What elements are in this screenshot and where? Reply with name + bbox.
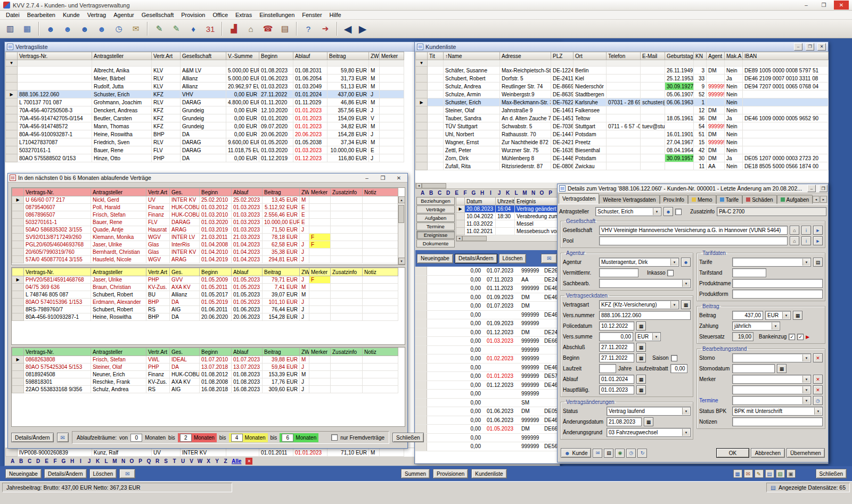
produktform-field[interactable]: [732, 290, 823, 299]
customer-search-icon[interactable]: ☻: [94, 21, 110, 36]
column-header[interactable]: Zusatzinfo: [331, 268, 363, 276]
column-header[interactable]: ZW: [300, 188, 309, 196]
column-header[interactable]: ZW: [300, 268, 309, 276]
column-header[interactable]: [12, 188, 24, 196]
bankeinzug-checkbox-2[interactable]: ✓: [797, 334, 804, 340]
provisionen-button[interactable]: Provisionen: [433, 469, 468, 478]
saison-checkbox[interactable]: [671, 355, 677, 361]
hauptfaellig-field[interactable]: 01.01.2023: [599, 385, 634, 394]
storno-combo[interactable]: [732, 353, 811, 362]
table-icon[interactable]: ▦: [19, 21, 35, 36]
mail-merge-icon[interactable]: ✉: [744, 469, 753, 478]
mail-icon[interactable]: ✉: [119, 469, 135, 478]
table-row[interactable]: Zettl, PeterWurzner Str. 75DE-16359Biese…: [416, 146, 829, 154]
calendar-icon[interactable]: ▦: [636, 343, 646, 352]
column-header[interactable]: Vertr.Art: [146, 188, 170, 196]
column-header[interactable]: E-Mail: [641, 52, 665, 60]
column-header[interactable]: Merker: [380, 52, 404, 60]
company-icon[interactable]: ⌂: [790, 226, 799, 235]
column-header[interactable]: V.-Summe: [226, 52, 259, 60]
column-header[interactable]: Adresse: [500, 52, 551, 60]
details-aendern-button[interactable]: Details/Ändern: [44, 469, 87, 478]
dialog-titlebar[interactable]: ▤ In den nächsten 0 bis 6 Monaten ablauf…: [8, 173, 407, 183]
abschluss-field[interactable]: 27.11.2022: [599, 343, 634, 352]
table-row[interactable]: Steiner, OlafJahnstraße 9DE-14612Falkens…: [416, 106, 829, 114]
termine-combo[interactable]: [732, 396, 811, 405]
dialog-titlebar[interactable]: ▤ Details zum Vertrag '888.106.122.060' …: [558, 184, 828, 193]
status-combo[interactable]: Vertrag laufend: [607, 407, 691, 416]
clear-icon[interactable]: ✕: [813, 385, 823, 394]
column-header[interactable]: [12, 348, 24, 356]
alpha-alle[interactable]: Alle: [230, 458, 243, 464]
alpha-c[interactable]: C: [436, 190, 444, 196]
tab-scroll-right-icon[interactable]: ►: [820, 196, 827, 203]
antragsteller-combo[interactable]: Schuster, Erich: [595, 207, 661, 216]
table-row[interactable]: L 748746 805 087Schubert, RobertBUAllian…: [12, 291, 398, 299]
scrollbar-thumb[interactable]: [398, 205, 404, 223]
column-header[interactable]: Ges.: [170, 188, 200, 196]
scroll-left-icon[interactable]: ◄: [456, 236, 462, 241]
waehrung-combo[interactable]: EUR: [635, 332, 661, 341]
laufzeitrabatt-field[interactable]: 0,00: [670, 364, 687, 373]
tab-vertragsdaten[interactable]: Vertragsdaten: [559, 193, 599, 204]
close-icon[interactable]: ✕: [834, 1, 849, 10]
gesellschaft-field[interactable]: VHV Vereinigte Hannoversche Versicherung…: [599, 226, 788, 235]
alpha-m[interactable]: M: [111, 458, 119, 464]
phone-icon[interactable]: ☎: [260, 21, 276, 36]
goto-icon[interactable]: ►: [813, 226, 823, 235]
table-row[interactable]: 80A-456-910093287-1Heine, RoswithaBHPDA2…: [12, 313, 398, 321]
alpha-g[interactable]: G: [60, 458, 68, 464]
minimize-icon[interactable]: –: [360, 174, 374, 182]
column-header[interactable]: Ges.: [170, 268, 200, 276]
mail-icon[interactable]: ✉: [128, 21, 144, 36]
policedatum-field[interactable]: 10.12.2022: [599, 321, 634, 331]
mail-icon[interactable]: ✉: [541, 254, 557, 263]
column-header[interactable]: Antragsteller: [92, 52, 152, 60]
alpha-l[interactable]: L: [102, 458, 110, 464]
alpha-f[interactable]: F: [461, 190, 469, 196]
alpha-v[interactable]: V: [187, 458, 195, 464]
maximize-icon[interactable]: ❐: [806, 43, 814, 51]
neueingabe-button[interactable]: Neueingabe: [5, 469, 42, 478]
scrollbar-thumb[interactable]: [462, 236, 487, 241]
logout-icon[interactable]: ➔: [317, 21, 333, 36]
neueingabe-button[interactable]: Neueingabe: [417, 254, 453, 263]
table-row[interactable]: ▶Schuster, ErichMax-Beckmann-Str. 37DE-7…: [416, 98, 829, 106]
minimize-icon[interactable]: –: [799, 1, 814, 10]
shield-icon[interactable]: ♦: [185, 21, 201, 36]
info-icon[interactable]: i: [801, 226, 811, 235]
alpha-e[interactable]: E: [453, 190, 461, 196]
minimize-icon[interactable]: –: [807, 185, 816, 192]
alpha-k[interactable]: K: [504, 190, 512, 196]
table-row[interactable]: 50AO 586835302 3/155Quade, AntjeHausratA…: [12, 226, 398, 234]
column-header[interactable]: Uhrzeit: [496, 197, 515, 205]
column-header[interactable]: Ablauf: [232, 268, 263, 276]
table-row[interactable]: ▶20.08.202316:04Vertrag geändert: [456, 205, 558, 213]
table-row[interactable]: 22AO 553833168 9/356Schulz, AndreaRSAIG1…: [12, 386, 398, 393]
minimize-icon[interactable]: –: [794, 43, 802, 51]
column-header[interactable]: Zusatzinfo: [331, 348, 363, 356]
column-header[interactable]: Beitrag: [263, 268, 300, 276]
alpha-z[interactable]: Z: [222, 458, 230, 464]
alpha-u[interactable]: U: [179, 458, 187, 464]
zusatzinfo-field[interactable]: PA-C 2700: [717, 207, 826, 216]
table-row[interactable]: ▶U 66/60 077 217Nickl, GerdUVINTER KV25.…: [12, 196, 398, 204]
calendar-icon[interactable]: ▦: [636, 321, 646, 331]
steuersatz-field[interactable]: 19,00: [732, 332, 753, 341]
relation-aufgaben[interactable]: Aufgaben: [416, 214, 455, 222]
maximize-icon[interactable]: ❐: [816, 1, 831, 10]
goto-icon[interactable]: ►: [813, 236, 823, 245]
column-header[interactable]: Ges.: [170, 348, 200, 356]
vertical-scrollbar[interactable]: ▲ ▼: [398, 196, 405, 265]
column-header[interactable]: Vertrags-Nr.: [24, 188, 91, 196]
pool-field[interactable]: [599, 236, 788, 245]
menu-provision[interactable]: Provision: [177, 11, 209, 19]
calendar-icon[interactable]: 31: [202, 21, 218, 36]
calendar-icon[interactable]: ▦: [644, 417, 653, 426]
calculator-icon[interactable]: ▦: [793, 311, 802, 320]
column-header[interactable]: [12, 268, 24, 276]
column-header[interactable]: Antragsteller: [91, 268, 146, 276]
alpha-b[interactable]: B: [17, 458, 25, 464]
column-header[interactable]: Notiz: [363, 188, 398, 196]
details-aendern-button[interactable]: Details/Ändern: [455, 254, 497, 263]
